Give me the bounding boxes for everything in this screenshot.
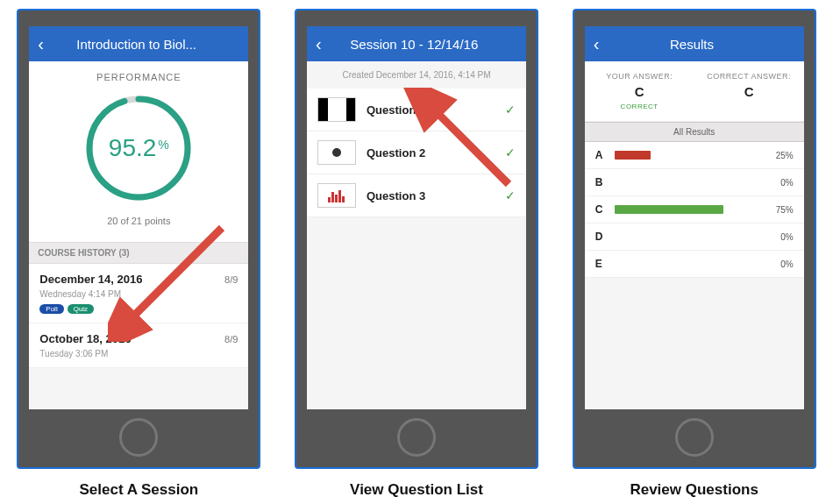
page-title: Results	[606, 37, 777, 52]
result-bar	[615, 205, 724, 214]
result-letter: E	[595, 258, 608, 270]
session-row[interactable]: December 14, 2016 8/9 Wednesday 4:14 PM …	[29, 264, 248, 323]
course-history-header: COURSE HISTORY (3)	[29, 242, 248, 264]
result-bar-track	[615, 232, 760, 241]
screen: ‹ Session 10 - 12/14/16 Created December…	[307, 26, 526, 409]
back-icon[interactable]: ‹	[38, 34, 44, 54]
check-icon: ✓	[505, 146, 516, 160]
result-bar-track	[615, 151, 760, 160]
result-bar-track	[615, 259, 760, 268]
correct-answer-label: CORRECT ANSWER:	[694, 72, 804, 81]
back-icon[interactable]: ‹	[316, 34, 322, 54]
page-title: Session 10 - 12/14/16	[329, 37, 500, 52]
back-icon[interactable]: ‹	[594, 34, 600, 54]
question-row[interactable]: Question 1 ✓	[307, 89, 526, 131]
question-label: Question 3	[367, 189, 495, 202]
check-icon: ✓	[505, 103, 516, 117]
all-results-header: All Results	[585, 122, 804, 142]
check-icon: ✓	[505, 188, 516, 202]
session-date: December 14, 2016	[39, 273, 142, 286]
percent-value: 95.2	[109, 134, 157, 162]
created-text: Created December 14, 2016, 4:14 PM	[307, 61, 526, 89]
caption: Select A Session	[79, 481, 198, 499]
session-score: 8/9	[224, 334, 238, 344]
phone-question-list: ‹ Session 10 - 12/14/16 Created December…	[295, 9, 538, 469]
result-letter: A	[595, 149, 608, 161]
result-percent: 25%	[767, 151, 794, 160]
session-time: Tuesday 3:06 PM	[39, 349, 238, 358]
result-row: B0%	[585, 169, 804, 196]
question-row[interactable]: Question 2 ✓	[307, 131, 526, 174]
result-letter: D	[595, 231, 608, 243]
home-button[interactable]	[675, 418, 714, 457]
result-letter: C	[595, 203, 608, 216]
percent-symbol: %	[158, 138, 168, 152]
your-answer-value: C	[585, 84, 694, 99]
result-row: A25%	[585, 142, 804, 169]
question-thumb	[317, 183, 356, 208]
session-score: 8/9	[224, 274, 238, 285]
result-percent: 0%	[767, 178, 794, 188]
screen: ‹ Introduction to Biol... PERFORMANCE 95…	[29, 26, 248, 409]
answer-status: CORRECT	[585, 103, 694, 110]
home-button[interactable]	[397, 418, 436, 457]
session-row[interactable]: October 18, 2016 8/9 Tuesday 3:06 PM	[29, 323, 248, 368]
screen: ‹ Results YOUR ANSWER: C CORRECT CORRECT…	[585, 26, 804, 409]
quiz-pill: Quiz	[68, 304, 94, 314]
phone-select-session: ‹ Introduction to Biol... PERFORMANCE 95…	[17, 9, 260, 469]
phone-results: ‹ Results YOUR ANSWER: C CORRECT CORRECT…	[573, 9, 816, 469]
result-percent: 75%	[767, 205, 794, 215]
session-pills: Poll Quiz	[39, 304, 238, 314]
answers-section: YOUR ANSWER: C CORRECT CORRECT ANSWER: C	[585, 61, 804, 122]
caption: View Question List	[350, 481, 483, 499]
performance-section: PERFORMANCE 95.2 % 20 of 21 points	[29, 61, 248, 242]
result-percent: 0%	[767, 259, 794, 269]
question-row[interactable]: Question 3 ✓	[307, 174, 526, 217]
performance-percent: 95.2 %	[82, 91, 196, 205]
question-thumb	[317, 140, 356, 165]
session-date: October 18, 2016	[39, 332, 131, 345]
question-label: Question 1	[367, 103, 495, 117]
caption: Review Questions	[630, 481, 758, 499]
your-answer-label: YOUR ANSWER:	[585, 72, 694, 81]
question-label: Question 2	[367, 146, 495, 160]
your-answer: YOUR ANSWER: C CORRECT	[585, 72, 694, 110]
result-bar-track	[615, 205, 760, 214]
correct-answer: CORRECT ANSWER: C	[694, 72, 804, 110]
poll-pill: Poll	[39, 304, 63, 314]
app-header: ‹ Introduction to Biol...	[29, 26, 248, 61]
performance-label: PERFORMANCE	[29, 72, 248, 82]
home-button[interactable]	[119, 418, 158, 457]
result-row: D0%	[585, 224, 804, 251]
result-row: E0%	[585, 251, 804, 278]
result-percent: 0%	[767, 232, 794, 242]
result-bar	[615, 151, 651, 160]
performance-ring: 95.2 %	[82, 91, 196, 205]
result-bar-track	[615, 178, 760, 187]
question-thumb	[317, 97, 356, 122]
points-text: 20 of 21 points	[29, 216, 248, 226]
result-letter: B	[595, 176, 608, 188]
session-time: Wednesday 4:14 PM	[39, 289, 238, 299]
result-row: C75%	[585, 196, 804, 224]
page-title: Introduction to Biol...	[51, 37, 222, 52]
correct-answer-value: C	[694, 84, 804, 99]
app-header: ‹ Session 10 - 12/14/16	[307, 26, 526, 61]
app-header: ‹ Results	[585, 26, 804, 61]
